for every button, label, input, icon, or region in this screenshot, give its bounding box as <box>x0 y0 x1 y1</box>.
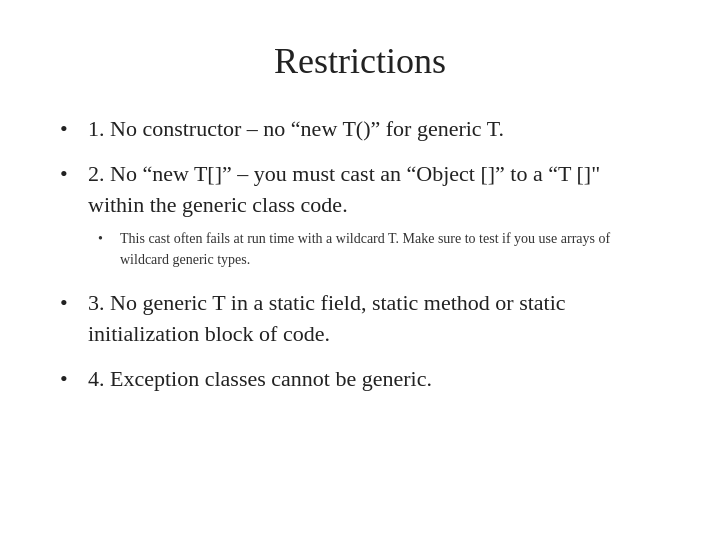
list-item: • 3. No generic T in a static field, sta… <box>60 288 660 350</box>
bullet-text-content: 2. No “new T[]” – you must cast an “Obje… <box>88 161 600 217</box>
bullet-dot: • <box>60 159 80 190</box>
content-area: • 1. No constructor – no “new T()” for g… <box>60 114 660 409</box>
bullet-text: 3. No generic T in a static field, stati… <box>88 288 660 350</box>
list-item: • 1. No constructor – no “new T()” for g… <box>60 114 660 145</box>
list-item: • 2. No “new T[]” – you must cast an “Ob… <box>60 159 660 275</box>
bullet-text: 1. No constructor – no “new T()” for gen… <box>88 114 660 145</box>
main-bullet-list: • 1. No constructor – no “new T()” for g… <box>60 114 660 395</box>
bullet-text: 4. Exception classes cannot be generic. <box>88 364 660 395</box>
page-title: Restrictions <box>274 40 446 82</box>
bullet-dot: • <box>60 114 80 145</box>
sub-bullet-list: • This cast often fails at run time with… <box>88 228 660 270</box>
bullet-dot: • <box>60 288 80 319</box>
bullet-text: 2. No “new T[]” – you must cast an “Obje… <box>88 159 660 275</box>
sub-bullet-dot: • <box>98 228 114 249</box>
bullet-dot: • <box>60 364 80 395</box>
list-item: • 4. Exception classes cannot be generic… <box>60 364 660 395</box>
sub-bullet-text: This cast often fails at run time with a… <box>120 228 660 270</box>
sub-list-item: • This cast often fails at run time with… <box>98 228 660 270</box>
